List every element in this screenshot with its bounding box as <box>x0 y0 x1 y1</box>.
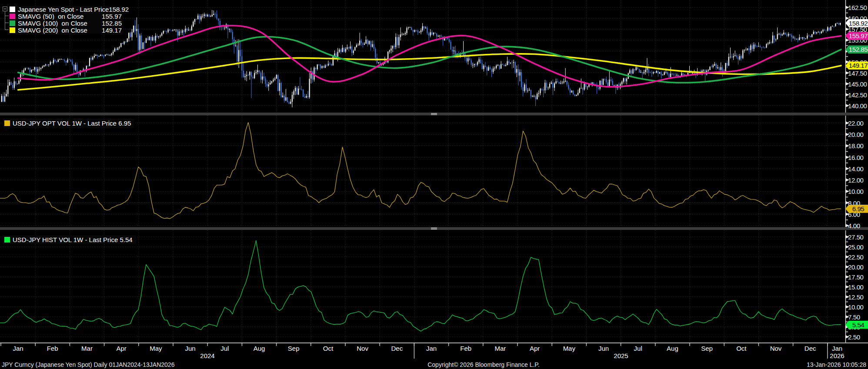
status-bar: JPY Curncy (Japanese Yen Spot) Daily 01J… <box>0 361 868 369</box>
series-label: SMAVG (50) on Close <box>18 13 83 20</box>
optvol-legend: USD-JPY OPT VOL 1W - Last Price 6.95 <box>3 119 134 128</box>
tree-stub <box>5 16 9 16</box>
optvol-swatch-icon <box>4 120 10 126</box>
optvol-legend-value: 6.95 <box>118 120 131 127</box>
price-legend-row-2[interactable]: SMAVG (100) on Close152.85 <box>9 20 124 27</box>
series-swatch-icon <box>10 20 15 26</box>
histvol-swatch-icon <box>4 237 10 243</box>
security-description: JPY Curncy (Japanese Yen Spot) Daily 01J… <box>2 361 174 368</box>
chart-canvas <box>0 0 868 369</box>
tree-stub <box>5 30 9 30</box>
price-legend-row-0[interactable]: Japanese Yen Spot - Last Price158.92 <box>9 6 124 13</box>
optvol-legend-label: USD-JPY OPT VOL 1W - Last Price <box>13 120 117 127</box>
histvol-legend-row[interactable]: USD-JPY HIST VOL 1W - Last Price 5.54 <box>3 235 136 244</box>
legend-collapse-icon[interactable] <box>3 7 7 11</box>
price-legend: Japanese Yen Spot - Last Price158.92SMAV… <box>3 6 124 33</box>
series-label: SMAVG (200) on Close <box>18 27 87 34</box>
histvol-panel-plot[interactable] <box>0 230 845 342</box>
price-legend-row-1[interactable]: SMAVG (50) on Close155.97 <box>9 13 124 20</box>
copyright-notice: Copyright© 2026 Bloomberg Finance L.P. <box>427 361 540 368</box>
price-panel-plot[interactable] <box>0 0 845 113</box>
histvol-legend-label: USD-JPY HIST VOL 1W - Last Price <box>13 236 118 243</box>
optvol-legend-row[interactable]: USD-JPY OPT VOL 1W - Last Price 6.95 <box>3 119 134 128</box>
optvol-panel-plot[interactable] <box>0 116 845 227</box>
series-label: Japanese Yen Spot - Last Price <box>18 6 109 13</box>
bloomberg-chart-window: 162.50160.00157.50155.00152.50150.00147.… <box>0 0 868 369</box>
price-legend-row-3[interactable]: SMAVG (200) on Close149.17 <box>9 27 124 33</box>
tree-stub <box>5 23 9 23</box>
timestamp: 13-Jan-2026 10:05:28 <box>807 361 866 368</box>
legend-tree-line <box>5 11 5 30</box>
histvol-legend-value: 5.54 <box>120 236 132 243</box>
series-swatch-icon <box>10 13 15 19</box>
minus-glyph <box>4 9 6 9</box>
series-swatch-icon <box>10 27 15 33</box>
series-label: SMAVG (100) on Close <box>18 20 87 27</box>
series-value: 158.92 <box>109 6 130 13</box>
series-value: 149.17 <box>102 27 124 34</box>
series-value: 155.97 <box>102 13 124 20</box>
series-value: 152.85 <box>102 20 124 27</box>
series-swatch-icon <box>10 7 15 12</box>
histvol-legend: USD-JPY HIST VOL 1W - Last Price 5.54 <box>3 235 136 244</box>
